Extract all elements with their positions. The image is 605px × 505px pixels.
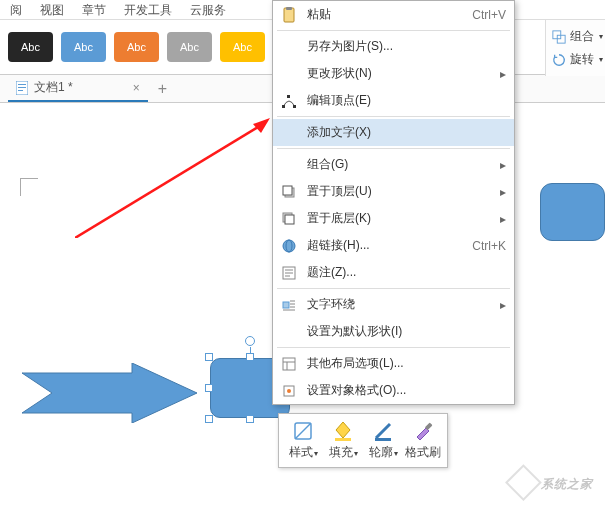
menu-item[interactable]: 其他布局选项(L)... xyxy=(273,350,514,377)
menu-separator xyxy=(277,116,510,117)
menu-item[interactable]: 置于顶层(U)▸ xyxy=(273,178,514,205)
submenu-arrow-icon: ▸ xyxy=(500,158,506,172)
brush-icon xyxy=(412,420,434,442)
rotate-button[interactable]: 旋转▾ xyxy=(552,51,605,68)
style-button[interactable]: 样式▾ xyxy=(283,418,323,463)
style-swatch[interactable]: Abc xyxy=(8,32,53,62)
menu-item[interactable]: 设置为默认形状(I) xyxy=(273,318,514,345)
menu-item[interactable]: 阅 xyxy=(10,0,22,19)
menu-item[interactable]: 组合(G)▸ xyxy=(273,151,514,178)
doc-icon xyxy=(16,81,28,95)
menu-item-label: 编辑顶点(E) xyxy=(307,92,506,109)
outline-button[interactable]: 轮廓▾ xyxy=(363,418,403,463)
svg-rect-11 xyxy=(282,105,285,108)
arrow-shape[interactable] xyxy=(22,363,197,423)
resize-handle[interactable] xyxy=(246,353,254,361)
menu-item[interactable]: 云服务 xyxy=(190,0,226,19)
svg-rect-13 xyxy=(287,95,290,98)
svg-rect-15 xyxy=(283,186,292,195)
menu-item-label: 文字环绕 xyxy=(307,296,490,313)
menu-item[interactable]: 设置对象格式(O)... xyxy=(273,377,514,404)
wrap-icon xyxy=(281,297,297,313)
menu-item[interactable]: 题注(Z)... xyxy=(273,259,514,286)
back-icon xyxy=(281,211,297,227)
menu-item-label: 超链接(H)... xyxy=(307,237,462,254)
svg-rect-5 xyxy=(18,90,23,91)
mini-button-label: 格式刷 xyxy=(405,444,441,461)
svg-marker-8 xyxy=(22,363,197,423)
blank-icon xyxy=(281,324,297,340)
style-icon xyxy=(292,420,314,442)
menu-item-label: 置于底层(K) xyxy=(307,210,490,227)
menu-item-label: 添加文字(X) xyxy=(307,124,506,141)
blank-icon xyxy=(281,157,297,173)
svg-rect-3 xyxy=(18,84,26,85)
svg-marker-7 xyxy=(253,118,270,133)
context-menu: 粘贴Ctrl+V另存为图片(S)...更改形状(N)▸编辑顶点(E)添加文字(X… xyxy=(272,0,515,405)
annotation-arrow xyxy=(75,118,270,238)
menu-separator xyxy=(277,288,510,289)
menu-item[interactable]: 超链接(H)...Ctrl+K xyxy=(273,232,514,259)
svg-rect-4 xyxy=(18,87,26,88)
blank-icon xyxy=(281,66,297,82)
submenu-arrow-icon: ▸ xyxy=(500,298,506,312)
shortcut-label: Ctrl+V xyxy=(472,8,506,22)
style-swatch[interactable]: Abc xyxy=(167,32,212,62)
menu-separator xyxy=(277,347,510,348)
svg-point-33 xyxy=(287,389,291,393)
caption-icon xyxy=(281,265,297,281)
menu-item[interactable]: 添加文字(X) xyxy=(273,119,514,146)
svg-line-37 xyxy=(376,424,390,438)
resize-handle[interactable] xyxy=(205,353,213,361)
menu-item-label: 设置为默认形状(I) xyxy=(307,323,506,340)
mini-button-label: 样式▾ xyxy=(289,444,318,461)
svg-rect-9 xyxy=(284,8,294,22)
menu-item[interactable]: 粘贴Ctrl+V xyxy=(273,1,514,28)
group-button[interactable]: 组合▾ xyxy=(552,28,605,45)
rotate-icon xyxy=(552,53,566,67)
menu-item-label: 题注(Z)... xyxy=(307,264,506,281)
svg-rect-24 xyxy=(283,302,289,308)
shortcut-label: Ctrl+K xyxy=(472,239,506,253)
menu-separator xyxy=(277,30,510,31)
resize-handle[interactable] xyxy=(205,415,213,423)
svg-rect-12 xyxy=(293,105,296,108)
menu-item-label: 另存为图片(S)... xyxy=(307,38,506,55)
document-tab-label: 文档1 * xyxy=(34,79,73,96)
link-icon xyxy=(281,238,297,254)
watermark: 系统之家 xyxy=(509,471,593,497)
menu-item[interactable]: 章节 xyxy=(82,0,106,19)
close-icon[interactable]: × xyxy=(133,81,140,95)
new-tab-button[interactable]: + xyxy=(158,80,167,98)
menu-item[interactable]: 开发工具 xyxy=(124,0,172,19)
paste-icon xyxy=(281,7,297,23)
menu-item[interactable]: 另存为图片(S)... xyxy=(273,33,514,60)
blank-icon xyxy=(281,39,297,55)
menu-item[interactable]: 置于底层(K)▸ xyxy=(273,205,514,232)
outline-icon xyxy=(372,420,394,442)
svg-line-6 xyxy=(75,124,263,238)
svg-rect-10 xyxy=(286,7,292,10)
rotate-handle[interactable] xyxy=(245,336,255,346)
menu-item[interactable]: 更改形状(N)▸ xyxy=(273,60,514,87)
resize-handle[interactable] xyxy=(246,415,254,423)
svg-rect-36 xyxy=(335,438,351,441)
style-swatch[interactable]: Abc xyxy=(114,32,159,62)
menu-item[interactable]: 文字环绕▸ xyxy=(273,291,514,318)
layout-icon xyxy=(281,356,297,372)
style-swatch[interactable]: Abc xyxy=(220,32,265,62)
svg-point-18 xyxy=(283,240,295,252)
edit-points-icon xyxy=(281,93,297,109)
rounded-rect-shape[interactable] xyxy=(540,183,605,241)
menu-item-label: 设置对象格式(O)... xyxy=(307,382,506,399)
fill-button[interactable]: 填充▾ xyxy=(323,418,363,463)
resize-handle[interactable] xyxy=(205,384,213,392)
menu-item[interactable]: 视图 xyxy=(40,0,64,19)
brush-button[interactable]: 格式刷 xyxy=(403,418,443,463)
menu-item[interactable]: 编辑顶点(E) xyxy=(273,87,514,114)
submenu-arrow-icon: ▸ xyxy=(500,185,506,199)
fill-icon xyxy=(332,420,354,442)
style-swatch[interactable]: Abc xyxy=(61,32,106,62)
document-tab[interactable]: 文档1 * × xyxy=(8,75,148,102)
svg-marker-35 xyxy=(336,422,350,438)
